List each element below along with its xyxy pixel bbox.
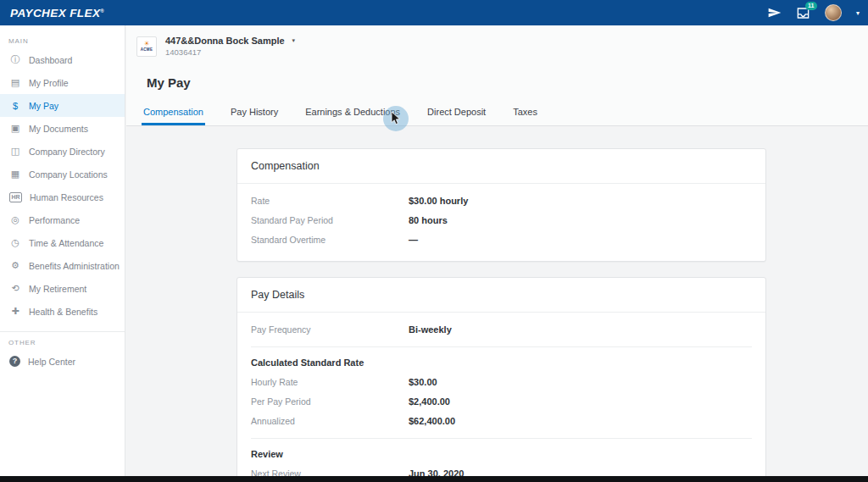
info-row-annualized: Annualized $62,400.00 [251,411,752,430]
sidebar-item-label: My Pay [29,101,58,111]
main-content: ☀ ACME 447&&Donna Bock Sample ▾ 14036417… [126,25,868,476]
performance-icon: ◎ [9,214,21,225]
retirement-icon: ⟲ [9,283,21,294]
paychex-flex-app: PAYCHEX FLEX® 11 ▾ MAIN ⓘ Dashboard ▤ [0,0,868,482]
tab-direct-deposit[interactable]: Direct Deposit [426,103,487,125]
directory-icon: ◫ [9,146,21,157]
info-row-rate: Rate $30.00 hourly [251,191,752,210]
sidebar-item-label: Help Center [28,357,75,367]
row-label: Annualized [251,416,409,426]
row-label: Per Pay Period [251,396,409,407]
sidebar-item-dashboard[interactable]: ⓘ Dashboard [0,48,125,71]
sidebar-item-my-pay[interactable]: $ My Pay [0,94,125,117]
inbox-badge: 11 [805,2,817,10]
company-header: ☀ ACME 447&&Donna Bock Sample ▾ 14036417 [126,25,868,57]
tab-bar: Compensation Pay History Earnings & Dedu… [142,103,868,125]
hr-icon: HR [9,192,22,202]
dollar-icon: $ [9,101,21,111]
info-row-next-review: Next Review Jun 30, 2020 [251,463,752,476]
tab-panel-compensation: Compensation Rate $30.00 hourly Standard… [126,126,868,476]
sidebar-item-label: Human Resources [30,192,103,202]
compensation-card: Compensation Rate $30.00 hourly Standard… [236,148,766,262]
row-value: $62,400.00 [409,416,455,426]
topbar: PAYCHEX FLEX® 11 ▾ [0,0,868,25]
row-value: $2,400.00 [409,396,450,407]
pay-details-card: Pay Details Pay Frequency Bi-weekly Calc… [236,277,766,476]
brand-text: PAYCHEX FLEX [10,7,100,19]
building-icon: ▦ [9,169,21,180]
sidebar-item-company-locations[interactable]: ▦ Company Locations [0,163,125,186]
row-value: 80 hours [409,215,448,225]
sidebar-section-other: OTHER [0,334,125,350]
info-row-standard-overtime: Standard Overtime — [251,230,752,249]
section-heading: Review [251,446,752,463]
tab-pay-history[interactable]: Pay History [229,103,280,125]
sidebar-item-label: My Profile [29,78,69,88]
page-title: My Pay [147,75,868,90]
sidebar-item-performance[interactable]: ◎ Performance [0,208,125,231]
sidebar-item-time-attendance[interactable]: ◷ Time & Attendance [0,231,125,254]
tab-compensation[interactable]: Compensation [142,103,205,125]
company-logo-text: ACME [141,47,153,52]
sidebar-section-main: MAIN [0,32,125,48]
avatar[interactable] [825,4,842,21]
sidebar-item-label: Health & Benefits [29,307,97,317]
section-heading: Calculated Standard Rate [251,355,752,372]
paychex-flex-logo: PAYCHEX FLEX® [10,7,104,19]
sidebar-item-label: Company Locations [29,169,108,180]
registered-mark: ® [100,8,104,13]
card-title: Compensation [237,149,765,184]
row-label: Next Review [251,468,409,477]
company-logo: ☀ ACME [136,36,157,57]
row-label: Pay Frequency [251,324,409,335]
calculated-standard-rate-section: Calculated Standard Rate Hourly Rate $30… [251,346,752,430]
row-label: Rate [251,196,409,206]
review-section: Review Next Review Jun 30, 2020 [251,438,752,476]
company-id: 14036417 [165,47,295,57]
row-label: Standard Pay Period [251,215,409,225]
info-row-pay-frequency: Pay Frequency Bi-weekly [251,319,752,339]
gear-icon: ⚙ [9,260,21,271]
company-caret-icon[interactable]: ▾ [292,37,296,44]
sidebar-item-label: Company Directory [29,147,105,157]
sidebar-item-company-directory[interactable]: ◫ Company Directory [0,140,125,163]
company-logo-mark: ☀ [143,41,149,47]
sidebar-item-help-center[interactable]: ? Help Center [0,350,125,373]
letterbox-bar [0,476,868,482]
sidebar-item-my-documents[interactable]: ▣ My Documents [0,117,125,140]
profile-card-icon: ▤ [9,77,21,88]
info-row-standard-pay-period: Standard Pay Period 80 hours [251,210,752,230]
topbar-actions: 11 ▾ [768,4,860,21]
sidebar-item-label: Dashboard [29,55,72,65]
card-title: Pay Details [237,278,765,313]
sidebar-item-my-profile[interactable]: ▤ My Profile [0,71,125,94]
paper-plane-icon[interactable] [768,7,782,19]
pay-frequency-section: Pay Frequency Bi-weekly [251,319,752,339]
sidebar-item-label: Time & Attendance [29,238,103,248]
row-label: Standard Overtime [251,235,409,245]
sidebar-item-label: Benefits Administration [29,261,120,271]
sidebar-item-my-retirement[interactable]: ⟲ My Retirement [0,277,125,300]
company-selector[interactable]: 447&&Donna Bock Sample ▾ [165,36,295,46]
company-info: 447&&Donna Bock Sample ▾ 14036417 [165,36,295,57]
card-body: Rate $30.00 hourly Standard Pay Period 8… [237,184,765,261]
health-icon: ✚ [9,306,21,317]
sidebar-item-label: My Retirement [29,284,86,294]
sidebar-item-health-benefits[interactable]: ✚ Health & Benefits [0,300,125,323]
sidebar-item-label: My Documents [29,124,88,134]
info-row-per-pay-period: Per Pay Period $2,400.00 [251,391,752,411]
info-row-hourly-rate: Hourly Rate $30.00 [251,372,752,391]
row-value: $30.00 [409,377,437,387]
sidebar-item-benefits-administration[interactable]: ⚙ Benefits Administration [0,254,125,277]
row-value: — [409,235,418,245]
sidebar-item-human-resources[interactable]: HR Human Resources [0,186,125,208]
sidebar-divider [0,331,125,332]
inbox-icon[interactable]: 11 [796,7,810,19]
sidebar: MAIN ⓘ Dashboard ▤ My Profile $ My Pay ▣… [0,25,125,476]
document-icon: ▣ [9,123,21,134]
row-value: $30.00 hourly [409,196,468,206]
help-icon: ? [9,356,20,367]
chevron-down-icon[interactable]: ▾ [856,9,860,17]
tab-taxes[interactable]: Taxes [511,103,539,125]
card-body: Pay Frequency Bi-weekly Calculated Stand… [237,313,765,476]
